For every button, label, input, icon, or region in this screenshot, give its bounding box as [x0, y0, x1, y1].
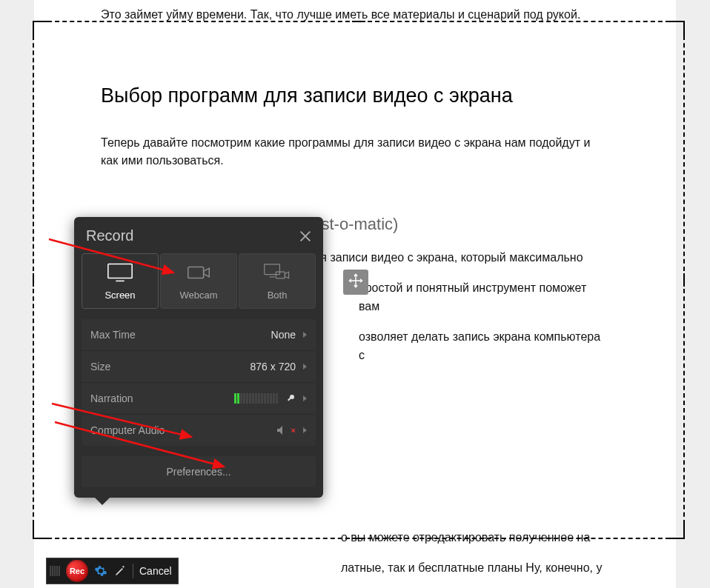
cancel-label: Cancel — [139, 565, 172, 577]
narration-label: Narration — [90, 392, 133, 404]
close-icon[interactable] — [299, 230, 311, 242]
tab-both-label: Both — [268, 290, 288, 301]
toolbar-audio-meter — [50, 566, 60, 576]
tab-webcam-label: Webcam — [179, 290, 217, 301]
record-button[interactable]: Rec — [66, 560, 88, 582]
svg-rect-0 — [108, 264, 132, 278]
paragraph-3b: латные, так и бесплатные планы Ну, конеч… — [341, 559, 609, 578]
record-panel: Record Screen Webcam — [74, 217, 323, 498]
paragraph-2b: простой и понятный инструмент поможет ва… — [359, 279, 609, 316]
mic-level-meter — [234, 393, 278, 404]
paragraph-2c: озволяет делать запись экрана компьютера… — [359, 328, 609, 365]
row-size[interactable]: Size 876 x 720 — [82, 351, 316, 383]
svg-rect-2 — [265, 264, 280, 275]
chevron-right-icon — [303, 427, 307, 433]
row-computer-audio[interactable]: Computer Audio × — [82, 415, 316, 446]
size-label: Size — [90, 361, 110, 372]
chevron-right-icon — [303, 395, 307, 401]
row-narration[interactable]: Narration — [82, 383, 316, 415]
maxtime-value: None — [271, 329, 296, 341]
panel-pointer — [95, 498, 110, 505]
webcam-icon — [185, 263, 213, 282]
maxtime-label: Max Time — [90, 329, 136, 341]
tab-webcam[interactable]: Webcam — [160, 253, 237, 309]
resize-handle-right[interactable] — [683, 273, 685, 287]
record-label: Rec — [70, 567, 84, 575]
tab-both[interactable]: Both — [239, 253, 316, 309]
tab-screen-label: Screen — [104, 290, 135, 301]
preferences-label: Preferences... — [166, 466, 230, 478]
tab-screen[interactable]: Screen — [82, 253, 159, 309]
move-handle[interactable] — [343, 270, 368, 295]
paragraph-1: Теперь давайте посмотрим какие программы… — [101, 134, 609, 171]
chevron-right-icon — [303, 364, 307, 370]
row-max-time[interactable]: Max Time None — [82, 319, 316, 351]
svg-rect-1 — [188, 267, 204, 278]
size-value: 876 x 720 — [251, 361, 296, 372]
both-icon — [263, 263, 291, 282]
settings-rows: Max Time None Size 876 x 720 Narration C… — [82, 319, 316, 446]
chevron-right-icon — [303, 332, 307, 338]
recorder-toolbar: Rec Cancel — [46, 558, 179, 584]
muted-x-icon: × — [291, 426, 296, 435]
move-icon — [348, 273, 364, 292]
gear-icon[interactable] — [94, 564, 107, 578]
cancel-button[interactable]: Cancel — [139, 565, 172, 577]
monitor-icon — [106, 263, 134, 282]
pencil-icon[interactable] — [113, 564, 127, 578]
toolbar-divider — [133, 564, 133, 578]
panel-title: Record — [86, 227, 133, 244]
paragraph-3a: о вы можете отредактировать полученное н… — [341, 529, 609, 547]
intro-text: Это займет уйму времени. Так, что лучше … — [101, 0, 609, 24]
computer-audio-label: Computer Audio — [90, 424, 165, 436]
preferences-button[interactable]: Preferences... — [82, 456, 316, 487]
speaker-muted-icon: × — [276, 425, 296, 435]
svg-rect-3 — [276, 272, 285, 278]
microphone-icon — [285, 393, 296, 404]
section-heading: Выбор программ для записи видео с экрана — [101, 81, 609, 112]
